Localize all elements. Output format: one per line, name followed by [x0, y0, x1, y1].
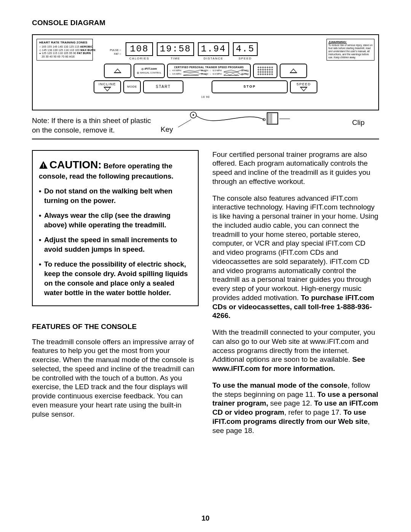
- lcd-displays: PULSE ○ FAT ○ 108 CALORIES 19:58 TIME 1.…: [95, 39, 258, 61]
- right-p4: To use the manual mode of the console, f…: [212, 381, 379, 435]
- caution-item: Always wear the clip (see the drawing ab…: [39, 211, 192, 230]
- calories-display: 108 CALORIES: [126, 42, 153, 61]
- mode-button: MODE: [123, 80, 141, 93]
- svg-point-2: [193, 114, 194, 116]
- key-clip-drawing: [169, 108, 306, 131]
- caution-item: To reduce the possibility of electric sh…: [39, 260, 192, 298]
- right-p1: Four certified personal trainer programs…: [212, 150, 379, 186]
- hr-row-maxburn: ◇ 145 138 130 125 118 110 103 MAX BURN: [39, 49, 90, 52]
- section-heading: CONSOLE DIAGRAM: [32, 18, 379, 27]
- caution-item: Do not stand on the walking belt when tu…: [39, 187, 192, 206]
- console-bottom-row: INCLINE MODE START STOP SPEED: [37, 80, 374, 93]
- speed-up-panel: [280, 64, 307, 78]
- hr-row-aerobic: ○ 165 155 145 140 130 125 115 AEROBIC: [39, 45, 90, 49]
- console-footer-text: 10 90: [37, 96, 374, 99]
- plastic-note: Note: If there is a thin sheet of plasti…: [32, 116, 158, 135]
- speed-display: 4.5 SPEED: [233, 42, 258, 61]
- arrow-down-icon: [300, 87, 307, 91]
- time-value: 19:58: [157, 42, 194, 56]
- calories-label: CALORIES: [126, 57, 153, 61]
- warning-box: ⚠WARNING: To reduce risk of serious inju…: [327, 39, 374, 61]
- stop-button: STOP: [212, 80, 288, 93]
- led-dots-icon: [258, 67, 273, 75]
- diagram-annotations: Note: If there is a thin sheet of plasti…: [32, 108, 379, 135]
- warning-triangle-icon: !: [39, 161, 48, 172]
- features-heading: FEATURES OF THE CONSOLE: [32, 322, 199, 331]
- start-button: START: [143, 80, 183, 93]
- caution-list: Do not stand on the walking belt when tu…: [39, 187, 192, 298]
- caution-box: ! CAUTION: Before operating the console,…: [32, 150, 199, 306]
- incline-up-panel: [104, 64, 131, 78]
- speed-label: SPEED: [233, 57, 258, 61]
- programs-panel: CERTIFIED PERSONAL TRAINER SPEED PROGRAM…: [167, 64, 251, 78]
- program-row: ○4.5 MPH 20 MIN ○6.0 MPH 30 MIN: [169, 73, 249, 76]
- warning-text: To reduce risk of serious injury, stand …: [328, 44, 373, 59]
- manual-control-label: MANUAL CONTROL: [140, 72, 161, 75]
- ifit-panel: iFIT.com MANUAL CONTROL: [134, 64, 165, 78]
- distance-display: 1.94 DISTANCE: [198, 42, 229, 61]
- arrow-up-icon: [290, 69, 297, 73]
- body-columns: ! CAUTION: Before operating the console,…: [32, 150, 379, 443]
- caution-item: Adjust the speed in small increments to …: [39, 235, 192, 254]
- right-column: Four certified personal trainer programs…: [212, 150, 379, 443]
- arrow-up-icon: [114, 69, 121, 73]
- svg-line-0: [178, 120, 191, 127]
- features-paragraph: The treadmill console offers an impressi…: [32, 337, 199, 419]
- section-divider: [32, 139, 379, 139]
- speed-button: SPEED: [290, 80, 317, 93]
- console-top-row: HEART RATE TRAINING ZONES ○ 165 155 145 …: [37, 39, 374, 61]
- right-p3: With the treadmill connected to your com…: [212, 328, 379, 373]
- dot-icon: [137, 72, 139, 74]
- caution-title: CAUTION:: [49, 159, 102, 171]
- time-display: 19:58 TIME: [157, 42, 194, 61]
- dot-icon: [142, 68, 143, 70]
- console-mid-row: iFIT.com MANUAL CONTROL CERTIFIED PERSON…: [37, 64, 374, 78]
- svg-text:!: !: [43, 162, 45, 169]
- hr-row-fatburn: ● 125 120 115 110 105 95 90 FAT BURN: [39, 52, 90, 55]
- hr-row-age: 20 30 40 50 60 70 80 AGE: [39, 55, 90, 59]
- time-label: TIME: [157, 57, 194, 61]
- warning-title: ⚠WARNING:: [328, 40, 373, 44]
- distance-label: DISTANCE: [198, 57, 229, 61]
- console-diagram: HEART RATE TRAINING ZONES ○ 165 155 145 …: [32, 34, 379, 110]
- arrow-down-icon: [104, 87, 111, 91]
- calories-value: 108: [126, 42, 153, 56]
- right-p2: The console also features advanced iFIT.…: [212, 194, 379, 321]
- pulse-fat-labels: PULSE ○ FAT ○: [107, 48, 122, 61]
- ifit-logo: iFIT.com: [145, 67, 157, 71]
- speed-value: 4.5: [233, 42, 258, 56]
- heart-rate-zones-box: HEART RATE TRAINING ZONES ○ 165 155 145 …: [37, 39, 93, 61]
- incline-button: INCLINE: [94, 80, 121, 93]
- left-column: ! CAUTION: Before operating the console,…: [32, 150, 199, 443]
- led-track-panel: [253, 64, 277, 78]
- hr-zones-title: HEART RATE TRAINING ZONES: [39, 41, 90, 45]
- clip-label: Clip: [352, 118, 365, 127]
- distance-value: 1.94: [198, 42, 229, 56]
- page-number: 10: [0, 514, 411, 523]
